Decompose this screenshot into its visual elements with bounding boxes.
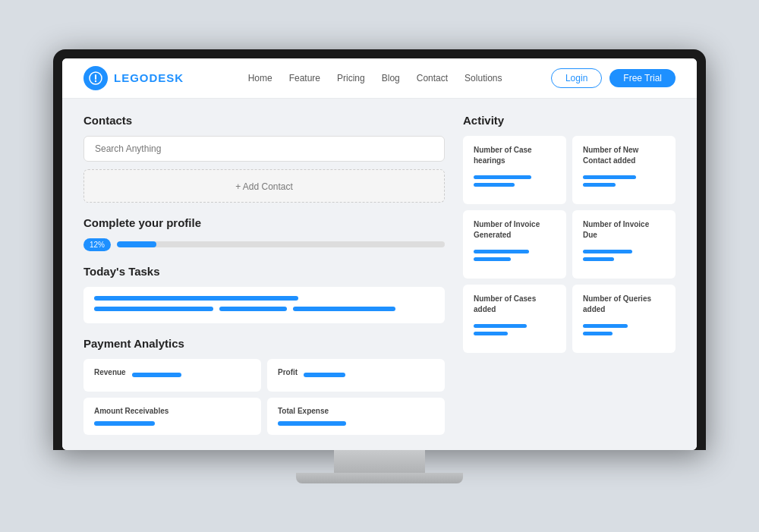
activity-card-invoice-generated: Number of Invoice Generated — [463, 210, 566, 279]
main-content: Contacts + Add Contact Complete your pro… — [62, 99, 697, 450]
tasks-section: Today's Tasks — [83, 265, 445, 323]
logo-icon — [83, 66, 108, 90]
activity-title: Activity — [463, 114, 676, 127]
add-contact-button[interactable]: + Add Contact — [83, 169, 445, 203]
monitor-stand-base — [296, 473, 463, 483]
revenue-bar — [132, 373, 181, 377]
add-contact-label: + Add Contact — [235, 181, 293, 192]
cases-added-bar-1 — [474, 324, 527, 328]
queries-added-bar-1 — [583, 324, 628, 328]
activity-card-case-hearings: Number of Case hearings — [463, 136, 566, 204]
nav-links: Home Feature Pricing Blog Contact Soluti… — [223, 73, 527, 83]
payment-section: Payment Analytics Revenue Profit — [83, 337, 445, 435]
monitor-stand-top — [334, 450, 425, 473]
search-input[interactable] — [83, 136, 445, 162]
new-contact-title: Number of New Contact added — [583, 145, 665, 166]
queries-added-title: Number of Queries added — [583, 294, 665, 315]
activity-card-invoice-due: Number of Invoice Due — [572, 210, 676, 279]
new-contact-bar-1 — [583, 175, 636, 179]
payment-card-revenue: Revenue — [83, 359, 261, 392]
monitor-wrapper: LEGODESK Home Feature Pricing Blog Conta… — [53, 49, 706, 483]
activity-grid: Number of Case hearings Number of New Co… — [463, 136, 676, 353]
left-panel: Contacts + Add Contact Complete your pro… — [83, 114, 445, 435]
expense-bar — [278, 421, 346, 426]
invoice-due-bar-1 — [583, 250, 632, 253]
nav-pricing[interactable]: Pricing — [337, 73, 365, 83]
task-card — [83, 287, 445, 323]
svg-point-2 — [95, 80, 96, 81]
nav-feature[interactable]: Feature — [289, 73, 320, 83]
payment-grid: Revenue Profit — [83, 359, 445, 435]
login-button[interactable]: Login — [551, 68, 602, 88]
contacts-title: Contacts — [83, 114, 445, 127]
profile-fill — [117, 241, 156, 247]
activity-card-cases-added: Number of Cases added — [463, 285, 566, 353]
profile-section: Complete your profile 12% — [83, 216, 445, 251]
task-line-1 — [94, 296, 298, 301]
profit-bar — [304, 373, 345, 377]
monitor-screen: LEGODESK Home Feature Pricing Blog Conta… — [53, 49, 706, 450]
invoice-due-bar-2 — [583, 257, 614, 261]
profile-track — [117, 241, 445, 247]
cases-added-title: Number of Cases added — [474, 294, 556, 315]
payment-card-expense: Total Expense — [267, 398, 445, 435]
screen-inner: LEGODESK Home Feature Pricing Blog Conta… — [62, 58, 697, 450]
profile-bar-row: 12% — [83, 238, 445, 251]
invoice-due-title: Number of Invoice Due — [583, 219, 665, 241]
nav-contact[interactable]: Contact — [417, 73, 448, 83]
payment-card-profit: Profit — [267, 359, 445, 392]
expense-title: Total Expense — [278, 407, 434, 415]
logo-area: LEGODESK — [83, 66, 184, 90]
queries-added-bar-2 — [583, 332, 613, 335]
task-line-3 — [219, 307, 288, 311]
navbar: LEGODESK Home Feature Pricing Blog Conta… — [62, 58, 697, 99]
receivables-title: Amount Receivables — [94, 407, 250, 415]
payment-title: Payment Analytics — [83, 337, 445, 350]
case-hearings-bar-1 — [474, 175, 531, 179]
cases-added-bar-2 — [474, 332, 508, 335]
profile-title: Complete your profile — [83, 216, 445, 229]
receivables-bar — [94, 421, 155, 426]
case-hearings-bar-2 — [474, 183, 515, 187]
tasks-title: Today's Tasks — [83, 265, 445, 278]
nav-buttons: Login Free Trial — [551, 68, 676, 88]
revenue-row: Revenue — [94, 368, 250, 382]
task-line-4 — [293, 307, 395, 311]
right-panel: Activity Number of Case hearings Number … — [463, 114, 676, 435]
invoice-generated-bar-2 — [474, 257, 511, 261]
trial-button[interactable]: Free Trial — [609, 69, 676, 87]
nav-home[interactable]: Home — [248, 73, 272, 83]
revenue-title: Revenue — [94, 368, 126, 376]
logo-text: LEGODESK — [114, 71, 184, 84]
nav-blog[interactable]: Blog — [382, 73, 400, 83]
profit-title: Profit — [278, 368, 298, 376]
profile-percent: 12% — [83, 238, 111, 251]
activity-card-new-contact: Number of New Contact added — [572, 136, 676, 204]
invoice-generated-bar-1 — [474, 250, 529, 253]
case-hearings-title: Number of Case hearings — [474, 145, 556, 166]
new-contact-bar-2 — [583, 183, 616, 187]
payment-card-receivables: Amount Receivables — [83, 398, 261, 435]
activity-card-queries-added: Number of Queries added — [572, 285, 676, 353]
invoice-generated-title: Number of Invoice Generated — [474, 219, 556, 241]
profit-row: Profit — [278, 368, 434, 382]
task-line-group — [94, 307, 434, 311]
nav-solutions[interactable]: Solutions — [465, 73, 502, 83]
svg-rect-1 — [95, 74, 96, 80]
task-line-2 — [94, 307, 213, 311]
